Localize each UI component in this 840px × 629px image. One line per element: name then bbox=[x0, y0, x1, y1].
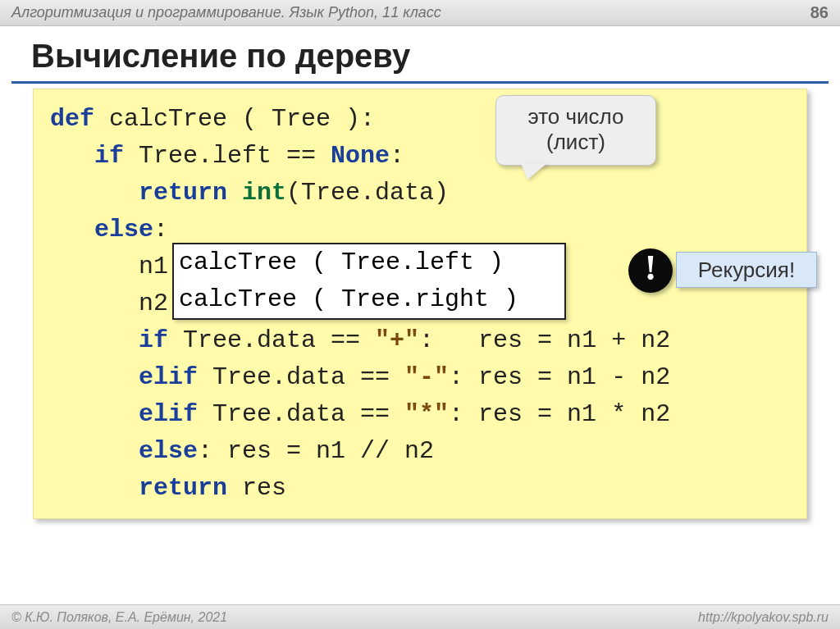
code-line-11: return res bbox=[50, 470, 790, 507]
callout-leaf-line2: (лист) bbox=[501, 130, 651, 155]
page-title: Вычисление по дереву bbox=[0, 26, 840, 81]
code-line-8: elif Tree.data == "-": res = n1 - n2 bbox=[50, 359, 790, 396]
code-line-10: else: res = n1 // n2 bbox=[50, 433, 790, 470]
highlight-line-2: calcTree ( Tree.right ) bbox=[179, 281, 559, 318]
highlight-box: calcTree ( Tree.left ) calcTree ( Tree.r… bbox=[172, 243, 566, 320]
footer-copyright: © К.Ю. Поляков, Е.А. Ерёмин, 2021 bbox=[11, 610, 227, 625]
callout-recursion: Рекурсия! bbox=[676, 252, 817, 288]
header-title: Алгоритмизация и программирование. Язык … bbox=[11, 4, 441, 21]
code-line-3: return int(Tree.data) bbox=[50, 175, 790, 212]
exclamation-icon: ! bbox=[628, 248, 673, 293]
callout-leaf-line1: это число bbox=[501, 104, 651, 130]
code-line-2: if Tree.left == None: bbox=[50, 138, 790, 175]
slide: Алгоритмизация и программирование. Язык … bbox=[0, 0, 840, 629]
highlight-line-1: calcTree ( Tree.left ) bbox=[179, 244, 559, 281]
callout-leaf: это число (лист) bbox=[495, 95, 656, 166]
page-number: 86 bbox=[810, 3, 829, 22]
footer-bar: © К.Ю. Поляков, Е.А. Ерёмин, 2021 http:/… bbox=[0, 604, 840, 629]
code-line-7: if Tree.data == "+": res = n1 + n2 bbox=[50, 322, 790, 359]
footer-url: http://kpolyakov.spb.ru bbox=[698, 610, 829, 625]
code-line-9: elif Tree.data == "*": res = n1 * n2 bbox=[50, 396, 790, 433]
header-bar: Алгоритмизация и программирование. Язык … bbox=[0, 0, 840, 26]
title-divider bbox=[11, 81, 829, 84]
code-line-1: def calcTree ( Tree ): bbox=[50, 101, 790, 138]
